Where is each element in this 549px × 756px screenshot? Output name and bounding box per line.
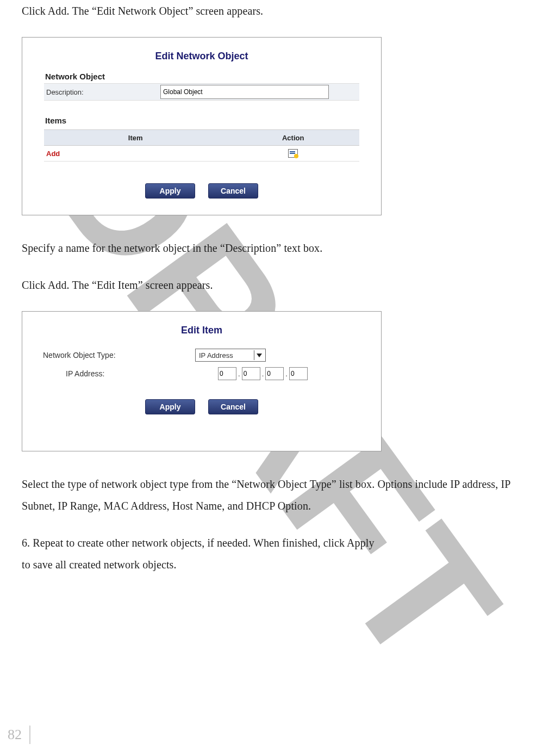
column-header-item: Item	[44, 130, 227, 146]
chevron-down-icon	[254, 350, 264, 360]
description-row: Description:	[44, 83, 359, 101]
ip-segment-1[interactable]	[218, 367, 236, 380]
network-object-type-label: Network Object Type:	[40, 351, 195, 360]
add-item-icon[interactable]	[288, 149, 298, 158]
instruction-text: 6. Repeat to create other network object…	[22, 532, 527, 554]
panel-title: Edit Network Object	[22, 38, 381, 72]
ip-segment-4[interactable]	[289, 367, 308, 380]
edit-item-panel: Edit Item Network Object Type: IP Addres…	[22, 311, 382, 451]
ip-segment-2[interactable]	[242, 367, 260, 380]
items-table-header-row: Item Action	[44, 130, 359, 146]
instruction-text: Specify a name for the network object in…	[22, 237, 527, 259]
items-table-add-row: Add	[44, 146, 359, 162]
edit-network-object-panel: Edit Network Object Network Object Descr…	[22, 37, 382, 215]
instruction-text: to save all created network objects.	[22, 554, 527, 575]
button-bar: Apply Cancel	[22, 162, 381, 199]
ip-address-row: IP Address: . . .	[40, 364, 364, 383]
page-content: Click Add. The “Edit Network Object” scr…	[22, 0, 527, 575]
document-page: DRAFT Click Add. The “Edit Network Objec…	[0, 0, 549, 756]
section-label-network-object: Network Object	[22, 72, 381, 83]
apply-button[interactable]: Apply	[145, 399, 195, 414]
footer-divider	[29, 726, 30, 744]
instruction-text: Click Add. The “Edit Network Object” scr…	[22, 0, 527, 22]
add-item-action-cell	[227, 146, 359, 162]
column-header-action: Action	[227, 130, 359, 146]
network-object-type-row: Network Object Type: IP Address	[40, 346, 364, 364]
network-object-type-select[interactable]: IP Address	[195, 349, 266, 362]
apply-button[interactable]: Apply	[145, 183, 195, 199]
instruction-text: Click Add. The “Edit Item” screen appear…	[22, 274, 527, 296]
panel-title: Edit Item	[22, 312, 381, 346]
instruction-text: Select the type of network object type f…	[22, 473, 527, 517]
description-label: Description:	[44, 88, 160, 96]
page-number: 82	[0, 727, 29, 743]
section-label-items: Items	[22, 116, 381, 127]
description-input[interactable]	[160, 85, 329, 99]
items-table: Item Action Add	[44, 129, 359, 162]
cancel-button[interactable]: Cancel	[208, 399, 258, 414]
cancel-button[interactable]: Cancel	[208, 183, 258, 199]
button-bar: Apply Cancel	[22, 383, 381, 414]
ip-segment-3[interactable]	[265, 367, 284, 380]
ip-address-label: IP Address:	[40, 369, 218, 378]
page-footer: 82	[0, 726, 30, 744]
network-object-type-selected: IP Address	[199, 351, 233, 360]
add-item-link[interactable]: Add	[44, 146, 227, 162]
